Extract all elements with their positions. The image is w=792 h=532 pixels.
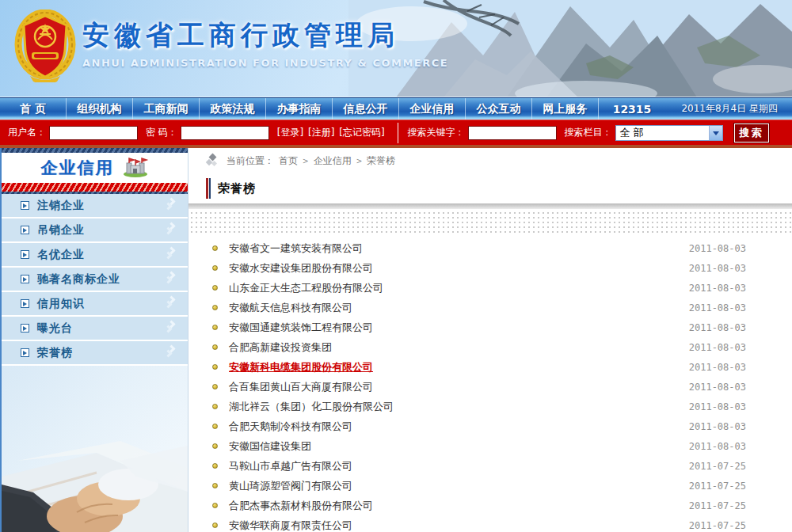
list-item: 黄山琦源塑管阀门有限公司 2011-07-25 xyxy=(188,476,792,496)
arrow-box-icon xyxy=(21,324,29,332)
company-link[interactable]: 安徽华联商厦有限责任公司 xyxy=(229,519,352,532)
company-link[interactable]: 安徽水安建设集团股份有限公司 xyxy=(229,261,373,276)
company-link[interactable]: 安徽省文一建筑安装有限公司 xyxy=(229,241,363,256)
list-item: 安徽省文一建筑安装有限公司 2011-08-03 xyxy=(188,238,792,258)
company-link[interactable]: 湖北祥云（集团）化工股份有限公司 xyxy=(229,400,394,414)
sidebar-menu: 注销企业 吊销企业 名优企业 xyxy=(2,194,188,364)
login-link[interactable]: [登录] xyxy=(277,127,303,138)
bullet-icon xyxy=(212,503,218,508)
bullet-icon xyxy=(212,463,218,469)
sidebar-item-label: 注销企业 xyxy=(37,199,85,213)
section-title-row: 荣誉榜 xyxy=(188,173,792,203)
nav-item[interactable]: 办事指南 xyxy=(266,98,333,120)
sidebar-item-label: 名优企业 xyxy=(37,248,85,262)
separator-band xyxy=(188,203,792,209)
publish-date: 2011-07-25 xyxy=(689,520,746,531)
company-link[interactable]: 合肥天鹅制冷科技有限公司 xyxy=(229,420,352,434)
page: 安徽省工商行政管理局 ANHUI ADMINISTRATION FOR INDU… xyxy=(0,0,792,532)
company-link[interactable]: 合百集团黄山百大商厦有限公司 xyxy=(229,380,373,394)
company-link[interactable]: 山东金正大生态工程股份有限公司 xyxy=(229,281,383,295)
search-keyword-label: 搜索关键字： xyxy=(408,126,465,139)
sidebar-menu-item[interactable]: 荣誉榜 xyxy=(2,341,188,364)
sidebar-menu-item[interactable]: 曝光台 xyxy=(2,317,188,340)
nav-item[interactable]: 工商新闻 xyxy=(133,98,200,120)
company-link[interactable]: 合肥高新建设投资集团 xyxy=(229,340,332,355)
chevron-right-icon xyxy=(169,223,177,236)
nav-item[interactable]: 信息公开 xyxy=(333,98,399,120)
username-input[interactable] xyxy=(49,126,138,140)
company-link[interactable]: 安徽国信建设集团 xyxy=(229,439,311,454)
publish-date: 2011-08-03 xyxy=(689,342,746,353)
publish-date: 2011-08-03 xyxy=(689,441,746,452)
sidebar-menu-item[interactable]: 名优企业 xyxy=(2,243,188,266)
nav-item[interactable]: 首 页 xyxy=(0,98,67,120)
list-item: 湖北祥云（集团）化工股份有限公司 2011-08-03 xyxy=(188,397,792,416)
sidebar-item-label: 吊销企业 xyxy=(37,223,85,238)
publish-date: 2011-08-03 xyxy=(689,401,746,412)
sidebar-title: 企业信用 xyxy=(41,157,114,179)
search-category-select[interactable]: 全 部 xyxy=(615,125,723,141)
chevron-right-icon xyxy=(169,248,177,260)
sidebar-menu-item[interactable]: 注销企业 xyxy=(2,194,188,217)
publish-date: 2011-08-03 xyxy=(689,243,746,254)
arrow-box-icon xyxy=(21,250,29,259)
forgot-password-link[interactable]: [忘记密码] xyxy=(339,127,384,138)
bullet-icon xyxy=(212,344,218,350)
publish-date: 2011-08-03 xyxy=(689,263,746,274)
list-item: 山东金正大生态工程股份有限公司 2011-08-03 xyxy=(188,278,792,298)
nav-item[interactable]: 企业信用 xyxy=(399,98,466,120)
publish-date: 2011-07-25 xyxy=(689,461,746,472)
sidebar-menu-item[interactable]: 驰著名商标企业 xyxy=(2,268,188,291)
nav-item[interactable]: 网上服务 xyxy=(532,98,599,120)
bullet-icon xyxy=(212,522,218,528)
company-link[interactable]: 合肥杰事杰新材料股份有限公司 xyxy=(229,499,373,513)
nav-item[interactable]: 组织机构 xyxy=(67,98,133,120)
publish-date: 2011-08-03 xyxy=(689,302,746,314)
login-search-bar: 用户名： 密 码： [登录] [注册] [忘记密码] 搜索关键字： 搜索栏目： … xyxy=(0,120,792,148)
bullet-icon xyxy=(212,384,218,390)
arrow-box-icon xyxy=(21,275,29,283)
current-date: 2011年8月4日 星期四 xyxy=(681,98,778,120)
castle-icon xyxy=(122,155,149,180)
bullet-icon xyxy=(212,245,218,251)
bullet-icon xyxy=(212,443,218,449)
bullet-icon xyxy=(212,404,218,409)
bullet-icon xyxy=(212,483,218,488)
search-button[interactable]: 搜索 xyxy=(734,124,769,142)
breadcrumb-path[interactable]: 首页 ＞ 企业信用 ＞ 荣誉榜 xyxy=(279,154,395,168)
publish-date: 2011-08-03 xyxy=(689,421,746,432)
nav-item[interactable]: 公众互动 xyxy=(466,98,532,120)
site-title: 安徽省工商行政管理局 xyxy=(82,17,448,54)
company-link[interactable]: 黄山琦源塑管阀门有限公司 xyxy=(229,479,352,493)
dotted-band xyxy=(188,209,792,233)
divider xyxy=(398,123,398,143)
bullet-icon xyxy=(212,424,218,429)
company-link[interactable]: 安徽新科电缆集团股份有限公司 xyxy=(229,360,373,374)
aic-emblem-logo xyxy=(14,10,76,82)
publish-date: 2011-08-03 xyxy=(689,362,746,373)
password-label: 密 码： xyxy=(146,126,177,139)
register-link[interactable]: [注册] xyxy=(308,127,334,138)
nav-item[interactable]: 12315 xyxy=(599,98,665,120)
chevron-down-icon[interactable] xyxy=(709,126,722,140)
search-keyword-input[interactable] xyxy=(468,126,557,140)
handshake-photo xyxy=(2,366,188,532)
chevron-right-icon xyxy=(169,297,177,310)
password-input[interactable] xyxy=(181,126,269,140)
list-item: 安徽国信建设集团 2011-08-03 xyxy=(188,436,792,456)
nav-items: 首 页 组织机构 工商新闻 政策法规 办事指南 信息公开 企业信用 公众互动 网… xyxy=(0,98,665,120)
arrow-box-icon xyxy=(21,299,29,308)
sidebar-item-label: 荣誉榜 xyxy=(37,346,73,360)
publish-date: 2011-08-03 xyxy=(689,322,746,333)
sidebar-menu-item[interactable]: 吊销企业 xyxy=(2,218,188,241)
sidebar-menu-item[interactable]: 信用知识 xyxy=(2,292,188,315)
content: 当前位置： 首页 ＞ 企业信用 ＞ 荣誉榜 荣誉榜 安徽省文一建筑安装有限公司 … xyxy=(188,148,792,532)
sidebar-item-label: 曝光台 xyxy=(37,321,73,336)
company-link[interactable]: 马鞍山市卓越广告有限公司 xyxy=(229,459,352,473)
breadcrumb-label: 当前位置： xyxy=(227,154,274,168)
bullet-icon xyxy=(212,364,218,370)
company-link[interactable]: 安徽国通建筑装饰工程有限公司 xyxy=(229,321,373,335)
nav-item[interactable]: 政策法规 xyxy=(200,98,266,120)
publish-date: 2011-07-25 xyxy=(689,481,746,492)
company-link[interactable]: 安徽航天信息科技有限公司 xyxy=(229,301,352,315)
